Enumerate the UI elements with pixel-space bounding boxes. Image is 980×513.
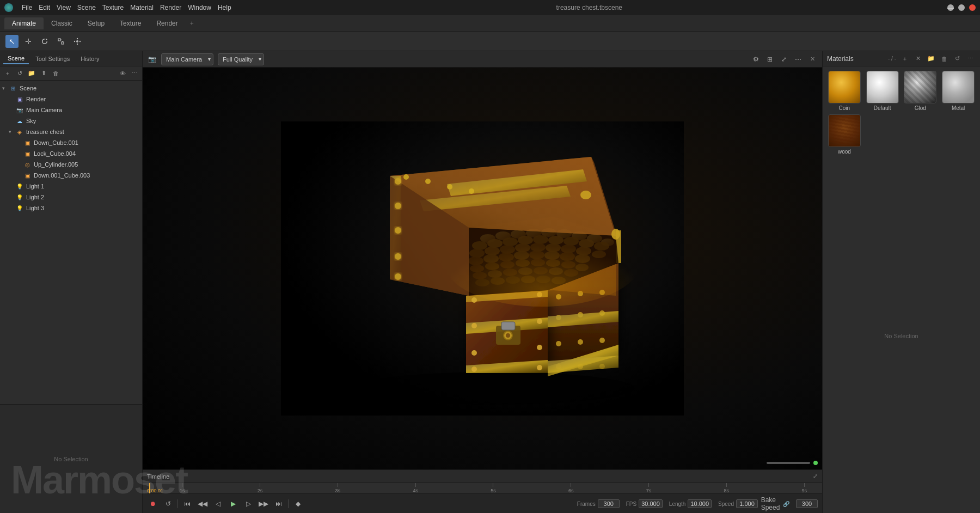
menu-window[interactable]: Window bbox=[188, 4, 211, 11]
tree-item-light-3[interactable]: 💡 Light 3 👁 ⋯ bbox=[0, 203, 142, 213]
viewport-more-icon[interactable]: ⋯ bbox=[793, 54, 804, 65]
menu-file[interactable]: File bbox=[22, 4, 32, 11]
speed-value[interactable]: 1.000 bbox=[736, 499, 758, 508]
tree-item-light-1[interactable]: 💡 Light 1 👁 ⋯ bbox=[0, 181, 142, 192]
record-button[interactable]: ⏺ bbox=[147, 498, 159, 510]
close-button[interactable] bbox=[969, 4, 976, 11]
exposure-slider[interactable] bbox=[767, 462, 810, 464]
eye-icon[interactable]: 👁 bbox=[124, 117, 131, 125]
timeline-expand-button[interactable]: ⤢ bbox=[813, 473, 818, 480]
next-frame-button[interactable]: ▷ bbox=[242, 498, 254, 510]
more-icon[interactable]: ⋯ bbox=[132, 204, 140, 212]
menu-scene[interactable]: Scene bbox=[77, 4, 96, 11]
tree-item-light-2[interactable]: 💡 Light 2 👁 ⋯ bbox=[0, 192, 142, 203]
scene-import-button[interactable]: ⬆ bbox=[38, 68, 49, 79]
menu-texture[interactable]: Texture bbox=[102, 4, 124, 11]
material-glod[interactable]: Glod bbox=[903, 71, 938, 111]
tab-scene[interactable]: Scene bbox=[3, 53, 29, 64]
menu-material[interactable]: Material bbox=[130, 4, 154, 11]
scene-delete-button[interactable]: 🗑 bbox=[50, 68, 61, 79]
menu-edit[interactable]: Edit bbox=[39, 4, 50, 11]
eye-icon[interactable]: 👁 bbox=[124, 172, 131, 179]
add-material-button[interactable]: + bbox=[899, 53, 910, 64]
more-icon[interactable]: ⋯ bbox=[132, 95, 140, 103]
more-icon[interactable]: ⋯ bbox=[132, 182, 140, 190]
scene-folder-button[interactable]: 📁 bbox=[26, 68, 37, 79]
tree-item-scene[interactable]: ▾ ⊞ Scene 👁 ⋯ bbox=[0, 83, 142, 94]
transform-tool[interactable] bbox=[71, 35, 84, 48]
viewport-grid-icon[interactable]: ⊞ bbox=[764, 54, 775, 65]
tab-animate[interactable]: Animate bbox=[4, 17, 44, 29]
fps-value[interactable]: 30.000 bbox=[639, 499, 663, 508]
tree-item-up-cylinder-005[interactable]: ◎ Up_Cylinder.005 👁 ⋯ bbox=[0, 159, 142, 170]
trash-material-button[interactable]: 🗑 bbox=[939, 53, 950, 64]
tab-tool-settings[interactable]: Tool Settings bbox=[31, 54, 74, 64]
loop-button[interactable]: ↺ bbox=[162, 498, 174, 510]
camera-dropdown[interactable]: Main Camera bbox=[161, 53, 213, 65]
last-frame-button[interactable]: ⏭ bbox=[273, 498, 285, 510]
viewport-settings-icon[interactable]: ⚙ bbox=[750, 54, 761, 65]
eye-icon[interactable]: 👁 bbox=[124, 95, 131, 103]
scene-refresh-button[interactable]: ↺ bbox=[14, 68, 25, 79]
more-icon[interactable]: ⋯ bbox=[132, 150, 140, 157]
eye-icon[interactable]: 👁 bbox=[124, 139, 131, 146]
timeline-playhead[interactable] bbox=[149, 483, 150, 493]
material-default[interactable]: Default bbox=[865, 71, 900, 111]
tab-classic[interactable]: Classic bbox=[44, 17, 80, 29]
scene-eye-button[interactable]: 👁 bbox=[117, 68, 128, 79]
timeline-ruler[interactable]: 0:00.01 1s 2s 3s 4s 5s 6s 7s 8s 9s bbox=[143, 483, 822, 494]
quality-dropdown[interactable]: Full Quality bbox=[218, 53, 264, 65]
menu-render[interactable]: Render bbox=[160, 4, 181, 11]
more-icon[interactable]: ⋯ bbox=[132, 139, 140, 146]
tab-texture[interactable]: Texture bbox=[112, 17, 149, 29]
more-material-button[interactable]: ⋯ bbox=[965, 53, 976, 64]
more-icon[interactable]: ⋯ bbox=[132, 193, 140, 201]
tree-item-main-camera[interactable]: 📷 Main Camera 👁 ⋯ bbox=[0, 105, 142, 115]
eye-icon[interactable]: 👁 bbox=[124, 84, 131, 92]
tab-render[interactable]: Render bbox=[149, 17, 185, 29]
end-frame-value[interactable]: 300 bbox=[796, 499, 818, 508]
rotate-tool[interactable] bbox=[38, 35, 51, 48]
material-metal[interactable]: Metal bbox=[941, 71, 976, 111]
refresh-material-button[interactable]: ↺ bbox=[952, 53, 963, 64]
keyframe-button[interactable]: ◆ bbox=[292, 498, 304, 510]
tree-item-down-cube-001[interactable]: ▣ Down_Cube.001 👁 ⋯ bbox=[0, 137, 142, 148]
eye-icon[interactable]: 👁 bbox=[124, 150, 131, 157]
prev-frame-button[interactable]: ◁ bbox=[212, 498, 224, 510]
eye-icon[interactable]: 👁 bbox=[124, 204, 131, 212]
more-icon[interactable]: ⋯ bbox=[132, 128, 140, 136]
more-icon[interactable]: ⋯ bbox=[132, 106, 140, 114]
menu-view[interactable]: View bbox=[57, 4, 71, 11]
length-value[interactable]: 10.000 bbox=[688, 499, 712, 508]
viewport-canvas[interactable] bbox=[143, 68, 822, 469]
select-tool[interactable]: ↖ bbox=[5, 35, 19, 48]
eye-icon[interactable]: 👁 bbox=[124, 128, 131, 136]
eye-icon[interactable]: 👁 bbox=[124, 193, 131, 201]
tree-item-render[interactable]: ▣ Render 👁 ⋯ bbox=[0, 94, 142, 105]
eye-icon[interactable]: 👁 bbox=[124, 161, 131, 168]
bake-speed-button[interactable]: Bake Speed bbox=[764, 498, 776, 510]
material-wood[interactable]: wood bbox=[827, 114, 862, 155]
eye-icon[interactable]: 👁 bbox=[124, 106, 131, 114]
scene-more-button[interactable]: ⋯ bbox=[129, 68, 140, 79]
viewport-maximize-button[interactable]: ✕ bbox=[807, 54, 818, 65]
material-coin[interactable]: Coin bbox=[827, 71, 862, 111]
viewport-expand-icon[interactable]: ⤢ bbox=[779, 54, 789, 65]
eye-icon[interactable]: 👁 bbox=[124, 182, 131, 190]
folder-material-button[interactable]: 📁 bbox=[926, 53, 936, 64]
next-keyframe-button[interactable]: ▶▶ bbox=[258, 498, 270, 510]
play-button[interactable]: ▶ bbox=[227, 498, 239, 510]
more-icon[interactable]: ⋯ bbox=[132, 161, 140, 168]
tree-item-lock-cube-004[interactable]: ▣ Lock_Cube.004 👁 ⋯ bbox=[0, 148, 142, 159]
tab-history[interactable]: History bbox=[76, 54, 103, 64]
menu-help[interactable]: Help bbox=[218, 4, 231, 11]
more-icon[interactable]: ⋯ bbox=[132, 117, 140, 125]
delete-material-button[interactable]: ✕ bbox=[912, 53, 923, 64]
move-tool[interactable]: ✛ bbox=[22, 35, 35, 48]
maximize-button[interactable] bbox=[958, 4, 965, 11]
prev-keyframe-button[interactable]: ◀◀ bbox=[197, 498, 209, 510]
more-icon[interactable]: ⋯ bbox=[132, 84, 140, 92]
scale-tool[interactable] bbox=[54, 35, 68, 48]
tab-setup[interactable]: Setup bbox=[80, 17, 112, 29]
frames-value[interactable]: 300 bbox=[598, 499, 620, 508]
